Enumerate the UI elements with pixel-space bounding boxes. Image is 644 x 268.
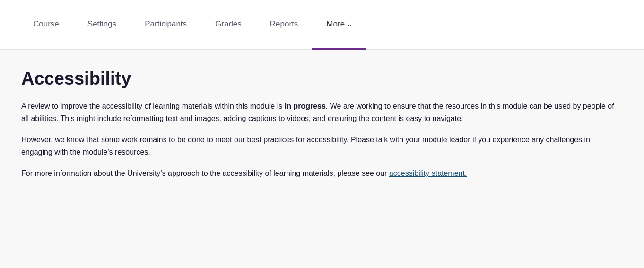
nav-item-participants[interactable]: Participants bbox=[131, 0, 201, 50]
paragraph-3-text-before: For more information about the Universit… bbox=[21, 169, 389, 177]
nav-item-settings[interactable]: Settings bbox=[73, 0, 131, 50]
paragraph-2: However, we know that some work remains … bbox=[21, 134, 617, 158]
nav-item-reports[interactable]: Reports bbox=[256, 0, 313, 50]
nav-item-course[interactable]: Course bbox=[19, 0, 73, 50]
main-content: Accessibility A review to improve the ac… bbox=[0, 50, 644, 208]
paragraph-1-text-before: A review to improve the accessibility of… bbox=[21, 102, 285, 110]
paragraph-1-bold: in progress bbox=[285, 102, 326, 110]
nav-item-grades[interactable]: Grades bbox=[201, 0, 256, 50]
paragraph-3: For more information about the Universit… bbox=[21, 167, 617, 180]
nav-item-more[interactable]: More ⌄ bbox=[312, 0, 366, 50]
accessibility-statement-link[interactable]: accessibility statement. bbox=[389, 169, 467, 177]
main-navigation: Course Settings Participants Grades Repo… bbox=[0, 0, 644, 50]
chevron-down-icon: ⌄ bbox=[347, 21, 352, 28]
page-title: Accessibility bbox=[21, 69, 623, 89]
paragraph-1: A review to improve the accessibility of… bbox=[21, 100, 617, 124]
nav-item-more-label: More bbox=[326, 19, 345, 29]
